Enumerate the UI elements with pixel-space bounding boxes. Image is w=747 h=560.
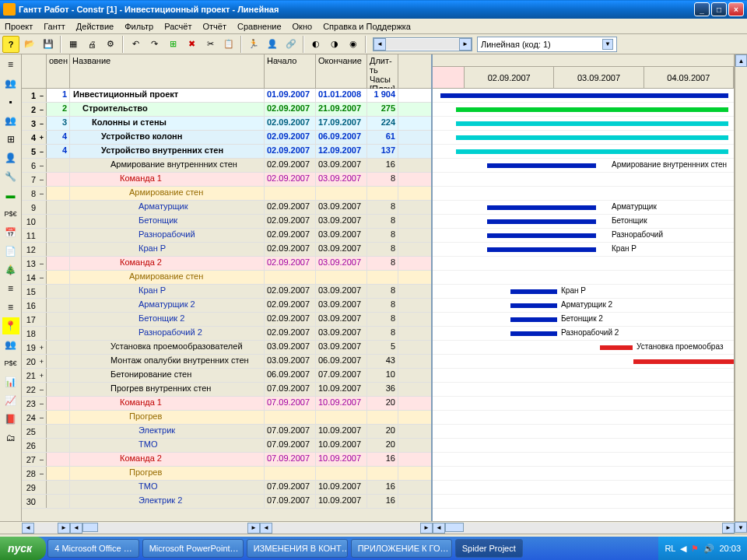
gantt-bar[interactable]: [633, 359, 734, 364]
gantt-bar[interactable]: [487, 247, 596, 252]
chevron-down-icon[interactable]: ▼: [602, 39, 613, 50]
timeline-scroll[interactable]: ◄►: [373, 37, 472, 51]
col-name[interactable]: Название: [70, 54, 265, 88]
tray-icon[interactable]: 🔊: [703, 544, 714, 554]
lbtn-1[interactable]: ≡: [2, 56, 19, 73]
print-icon[interactable]: 🖨: [83, 36, 100, 53]
calc1-icon[interactable]: ◐: [307, 36, 324, 53]
table-row[interactable]: 5–4Устройство внутренних стен02.09.20071…: [22, 145, 431, 159]
close-button[interactable]: ×: [728, 2, 744, 16]
settings-icon[interactable]: ⚙: [102, 36, 119, 53]
menu-Фильтр[interactable]: Фильтр: [124, 22, 153, 31]
table-row[interactable]: 1–1Инвестиционный проект01.09.200701.01.…: [22, 89, 431, 103]
menu-Сравнение[interactable]: Сравнение: [237, 22, 282, 31]
lbtn-4[interactable]: 👥: [2, 112, 19, 129]
taskbar-button[interactable]: 4 Microsoft Office …: [47, 539, 139, 558]
col-start[interactable]: Начало: [265, 54, 316, 88]
gantt-bar[interactable]: [487, 205, 596, 210]
table-row[interactable]: 14–Армирование стен: [22, 271, 431, 285]
taskbar-button[interactable]: Microsoft PowerPoint…: [142, 539, 244, 558]
start-button[interactable]: пуск: [0, 537, 46, 560]
date-header[interactable]: 04.09.2007: [644, 67, 734, 88]
tray-icon[interactable]: ◀: [680, 544, 686, 554]
col-end[interactable]: Окончание: [316, 54, 367, 88]
table-row[interactable]: 23–Команда 107.09.200710.09.200720: [22, 397, 431, 411]
taskbar-button[interactable]: ПРИЛОЖЕНИЕ К ГО…: [351, 539, 452, 558]
save-icon[interactable]: 💾: [40, 36, 57, 53]
lbtn-3[interactable]: ▪: [2, 93, 19, 110]
gantt-bar[interactable]: [487, 233, 596, 238]
gantt-bar[interactable]: [510, 303, 557, 308]
menu-Расчёт[interactable]: Расчёт: [164, 22, 191, 31]
gantt-bar[interactable]: [440, 93, 728, 98]
table-row[interactable]: 29ТМО07.09.200710.09.200716: [22, 481, 431, 495]
lbtn-8[interactable]: ▬: [2, 187, 19, 204]
menu-Справка и Поддержка[interactable]: Справка и Поддержка: [323, 22, 411, 31]
paste-icon[interactable]: 📋: [220, 36, 237, 53]
minimize-button[interactable]: _: [694, 2, 710, 16]
table-row[interactable]: 6–Армирование внутреннних стен02.09.2007…: [22, 159, 431, 173]
scroll-left-icon[interactable]: ◄: [22, 523, 34, 534]
gantt-bar[interactable]: [456, 149, 728, 154]
lbtn-17[interactable]: P$€: [2, 355, 19, 372]
date-header[interactable]: 02.09.2007: [465, 67, 554, 88]
menu-Гантт[interactable]: Гантт: [44, 22, 65, 31]
gantt-bar[interactable]: [487, 163, 596, 168]
table-row[interactable]: 24–Прогрев: [22, 411, 431, 425]
table-row[interactable]: 11Разнорабочий02.09.200703.09.20078: [22, 229, 431, 243]
calc2-icon[interactable]: ◑: [326, 36, 343, 53]
table-row[interactable]: 27–Команда 207.09.200710.09.200716: [22, 453, 431, 467]
lbtn-13[interactable]: ≡: [2, 280, 19, 297]
menu-Проект[interactable]: Проект: [5, 22, 33, 31]
gantt-bar[interactable]: [510, 331, 557, 336]
table-row[interactable]: 25Электрик07.09.200710.09.200720: [22, 425, 431, 439]
table-row[interactable]: 16Арматурщик 202.09.200703.09.20078: [22, 299, 431, 313]
lbtn-7[interactable]: 🔧: [2, 168, 19, 185]
menu-Отчёт[interactable]: Отчёт: [203, 22, 226, 31]
lbtn-14[interactable]: ≡: [2, 299, 19, 316]
table-row[interactable]: 10Бетонщик02.09.200703.09.20078: [22, 215, 431, 229]
run-icon[interactable]: 🏃: [245, 36, 262, 53]
vertical-scrollbar[interactable]: ▲: [735, 54, 747, 521]
lbtn-11[interactable]: 📄: [2, 243, 19, 260]
table-row[interactable]: 21+Бетонирование стен06.09.200707.09.200…: [22, 369, 431, 383]
menu-Действие[interactable]: Действие: [76, 22, 114, 31]
table-row[interactable]: 17Бетонщик 202.09.200703.09.20078: [22, 313, 431, 327]
table-row[interactable]: 2–2Строительство02.09.200721.09.2007275: [22, 103, 431, 117]
menu-Окно[interactable]: Окно: [293, 22, 313, 31]
lang-indicator[interactable]: RL: [665, 544, 675, 553]
table-row[interactable]: 12Кран Р02.09.200703.09.20078: [22, 243, 431, 257]
gantt-bar[interactable]: [600, 345, 633, 350]
gantt-bar[interactable]: [487, 219, 596, 224]
table-row[interactable]: 4+4Устройство колонн02.09.200706.09.2007…: [22, 131, 431, 145]
taskbar-button[interactable]: ИЗМЕНЕНИЯ В КОНТ…: [247, 539, 348, 558]
gantt-bar[interactable]: [456, 107, 728, 112]
table-row[interactable]: 22–Прогрев внутренних стен07.09.200710.0…: [22, 383, 431, 397]
table-row[interactable]: 7–Команда 102.09.200703.09.20078: [22, 173, 431, 187]
cut-icon[interactable]: ✂: [202, 36, 219, 53]
delete-icon[interactable]: ✖: [183, 36, 200, 53]
help-icon[interactable]: ?: [2, 36, 19, 53]
open-icon[interactable]: 📂: [21, 36, 38, 53]
lbtn-16[interactable]: 👥: [2, 336, 19, 353]
redo-icon[interactable]: ↷: [146, 36, 163, 53]
table-row[interactable]: 13–Команда 202.09.200703.09.20078: [22, 257, 431, 271]
link-icon[interactable]: 🔗: [282, 36, 300, 53]
table-row[interactable]: 20+Монтаж опалубки внутренних стен03.09.…: [22, 355, 431, 369]
lbtn-19[interactable]: 📈: [2, 392, 19, 409]
gantt-bar[interactable]: [456, 121, 728, 126]
tray-icon[interactable]: ⚑: [691, 544, 699, 554]
lbtn-9[interactable]: P$€: [2, 205, 19, 222]
table-row[interactable]: 3–3Колонны и стены02.09.200717.09.200722…: [22, 117, 431, 131]
table-row[interactable]: 26ТМО07.09.200710.09.200720: [22, 439, 431, 453]
view-combo[interactable]: Линейная (код: 1) ▼: [477, 37, 617, 52]
table-row[interactable]: 15Кран Р02.09.200703.09.20078: [22, 285, 431, 299]
lbtn-15[interactable]: 📍: [2, 317, 19, 334]
gantt-bar[interactable]: [510, 289, 557, 294]
lbtn-6[interactable]: 👤: [2, 149, 19, 166]
col-num[interactable]: [22, 54, 47, 88]
table-row[interactable]: 8–Армирование стен: [22, 187, 431, 201]
table-row[interactable]: 19+Установка проемообразователей03.09.20…: [22, 341, 431, 355]
undo-icon[interactable]: ↶: [127, 36, 144, 53]
lbtn-10[interactable]: 📅: [2, 224, 19, 241]
